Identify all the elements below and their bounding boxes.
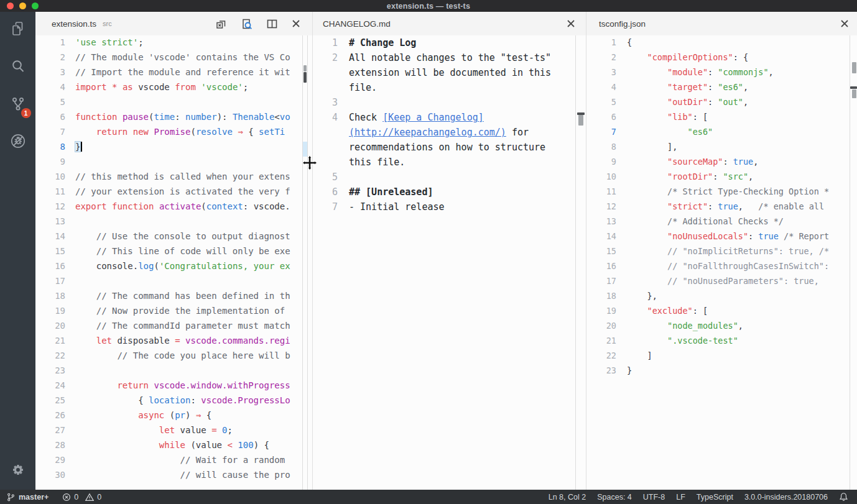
code-line[interactable]: 29 // Wait for a random [35, 455, 312, 470]
eol-status[interactable]: LF [676, 493, 685, 502]
code-line[interactable]: 3 "module": "commonjs", [586, 67, 857, 82]
code-line[interactable]: 21 ".vscode-test" [586, 336, 857, 351]
code-line[interactable]: 13 [35, 216, 312, 231]
indentation-status[interactable]: Spaces: 4 [597, 493, 632, 502]
git-branch-status[interactable]: master+ [6, 492, 49, 502]
problems-status[interactable]: 0 0 [62, 493, 101, 502]
code-line[interactable]: 27 let value = 0; [35, 425, 312, 440]
code-line[interactable]: 10// this method is called when your ext… [35, 172, 312, 186]
code-line[interactable]: 10 "rootDir": "src", [586, 172, 857, 186]
code-line[interactable]: (http://keepachangelog.com/) for [313, 127, 586, 142]
code-line[interactable]: this file. [313, 157, 586, 172]
code-line[interactable]: 7 return new Promise(resolve ⇒ { setTi [35, 127, 312, 142]
source-control-icon[interactable]: 1 [9, 95, 27, 115]
code-area[interactable]: 1'use strict';2// The module 'vscode' co… [35, 37, 312, 485]
code-line[interactable]: extension will be documented in this [313, 67, 586, 82]
code-line[interactable]: 2All notable changes to the "test-ts" [313, 52, 586, 67]
code-line[interactable]: 8} [35, 142, 312, 157]
code-line[interactable]: 7 "es6" [586, 127, 857, 142]
code-line[interactable]: 5 "outDir": "out", [586, 97, 857, 112]
code-line[interactable]: 24 return vscode.window.withProgress [35, 380, 312, 395]
scrollbar-thumb[interactable] [303, 65, 307, 71]
code-line[interactable]: 6function pause(time: number): Thenable<… [35, 112, 312, 127]
code-area[interactable]: 1{2 "compilerOptions": {3 "module": "com… [586, 37, 857, 380]
explorer-icon[interactable] [9, 21, 27, 40]
close-editor-icon[interactable] [291, 19, 301, 29]
split-editor-icon[interactable] [266, 17, 279, 30]
code-line[interactable]: 16 console.log('Congratulations, your ex [35, 261, 312, 276]
code-line[interactable]: 17 [35, 276, 312, 291]
code-line[interactable]: 22 // The code you place here will b [35, 351, 312, 365]
code-line[interactable]: 1# Change Log [313, 37, 586, 52]
code-line[interactable]: 6 "lib": [ [586, 112, 857, 127]
code-line[interactable]: 4Check [Keep a Changelog] [313, 112, 586, 127]
code-line[interactable]: 17 // "noUnusedParameters": true, [586, 276, 857, 291]
scrollbar[interactable] [302, 35, 308, 490]
zoom-window-button[interactable] [32, 2, 39, 9]
code-line[interactable]: recommendations on how to structure [313, 142, 586, 157]
file-title[interactable]: tsconfig.json [599, 19, 646, 29]
scrollbar-thumb[interactable] [578, 115, 583, 126]
code-line[interactable]: 7- Initial release [313, 201, 586, 216]
code-line[interactable]: 19 // Now provide the implementation of [35, 306, 312, 321]
code-line[interactable]: 4import * as vscode from 'vscode'; [35, 82, 312, 97]
close-editor-icon[interactable] [566, 19, 576, 29]
code-line[interactable]: 3// Import the module and reference it w… [35, 67, 312, 82]
code-line[interactable]: 30 // will cause the pro [35, 470, 312, 485]
version-status[interactable]: 3.0.0-insiders.20180706 [744, 493, 828, 502]
file-title[interactable]: CHANGELOG.md [323, 19, 391, 29]
code-line[interactable]: 5 [35, 97, 312, 112]
scrollbar-thumb[interactable] [852, 89, 856, 98]
code-line[interactable]: 4 "target": "es6", [586, 82, 857, 97]
code-line[interactable]: 5 [313, 172, 586, 186]
scrollbar[interactable] [575, 35, 586, 490]
code-line[interactable]: 20 // The commandId parameter must match [35, 321, 312, 336]
code-line[interactable]: 2 "compilerOptions": { [586, 52, 857, 67]
code-line[interactable]: 15 // This line of code will only be exe [35, 246, 312, 261]
code-line[interactable]: 9 [35, 157, 312, 172]
debug-icon[interactable] [9, 132, 27, 152]
open-changes-icon[interactable] [215, 17, 228, 30]
code-area[interactable]: 1# Change Log2All notable changes to the… [313, 37, 586, 216]
minimize-window-button[interactable] [19, 2, 26, 9]
code-line[interactable]: 14 "noUnusedLocals": true /* Report [586, 231, 857, 246]
scrollbar-thumb[interactable] [850, 86, 857, 89]
code-line[interactable]: 11 /* Strict Type-Checking Option * [586, 186, 857, 201]
code-line[interactable]: 23 [35, 365, 312, 380]
code-line[interactable]: 2// The module 'vscode' contains the VS … [35, 52, 312, 67]
code-line[interactable]: 25 { location: vscode.ProgressLo [35, 395, 312, 410]
code-line[interactable]: 1{ [586, 37, 857, 52]
notifications-bell-icon[interactable] [839, 492, 848, 502]
code-line[interactable]: 20 "node_modules", [586, 321, 857, 336]
close-window-button[interactable] [7, 2, 14, 9]
encoding-status[interactable]: UTF-8 [643, 493, 665, 502]
open-preview-icon[interactable] [240, 17, 253, 30]
file-title[interactable]: extension.ts [52, 19, 96, 29]
cursor-position-status[interactable]: Ln 8, Col 2 [549, 493, 586, 502]
scrollbar[interactable] [850, 35, 857, 490]
code-line[interactable]: 15 // "noImplicitReturns": true, /* [586, 246, 857, 261]
search-icon[interactable] [9, 58, 27, 78]
code-line[interactable]: 12export function activate(context: vsco… [35, 201, 312, 216]
scrollbar-thumb[interactable] [852, 62, 856, 73]
code-line[interactable]: 1'use strict'; [35, 37, 312, 52]
code-line[interactable]: 6## [Unreleased] [313, 186, 586, 201]
code-line[interactable]: 23} [586, 365, 857, 380]
code-line[interactable]: 18 }, [586, 291, 857, 306]
code-line[interactable]: 14 // Use the console to output diagnost [35, 231, 312, 246]
code-line[interactable]: 3 [313, 97, 586, 112]
code-line[interactable]: 9 "sourceMap": true, [586, 157, 857, 172]
code-line[interactable]: 28 while (value < 100) { [35, 440, 312, 455]
code-line[interactable]: 16 // "noFallthroughCasesInSwitch": [586, 261, 857, 276]
code-line[interactable]: 18 // The command has been defined in th [35, 291, 312, 306]
code-line[interactable]: 26 async (pr) ⇒ { [35, 410, 312, 425]
code-line[interactable]: 12 "strict": true, /* enable all [586, 201, 857, 216]
language-mode-status[interactable]: TypeScript [697, 493, 733, 502]
code-line[interactable]: 8 ], [586, 142, 857, 157]
code-line[interactable]: 11// your extension is activated the ver… [35, 186, 312, 201]
code-line[interactable]: 22 ] [586, 351, 857, 365]
settings-gear-icon[interactable] [10, 462, 26, 480]
close-editor-icon[interactable] [840, 19, 850, 29]
scrollbar-thumb[interactable] [303, 72, 307, 83]
code-line[interactable]: 21 let disposable = vscode.commands.regi [35, 336, 312, 351]
